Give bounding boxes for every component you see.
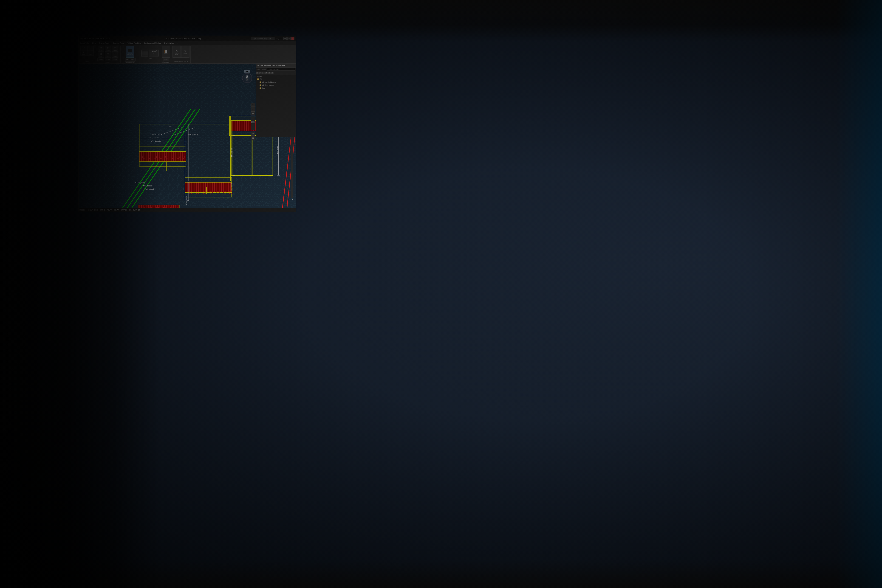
svg-text:N: N — [246, 75, 248, 77]
svg-text:P2: P2 — [169, 125, 171, 128]
svg-text:Min. 6200: Min. 6200 — [231, 183, 233, 191]
orbit-button[interactable]: ⟳ — [251, 132, 255, 136]
non-xref-label: All non-Xref Layers — [262, 81, 276, 83]
xref-label: Xref — [262, 87, 265, 89]
all-layers-label: All — [260, 78, 262, 80]
svg-text:Min. 8200: Min. 8200 — [276, 146, 278, 154]
silhouette-overlay — [0, 0, 161, 588]
compass-area: TOP N S — [242, 70, 252, 83]
folder-non-xref-icon: 📁 — [259, 81, 261, 83]
photo-vignette-right — [836, 0, 882, 588]
svg-text:400 (note 5): 400 (note 5) — [188, 134, 198, 135]
current-layer-label: Current layer: — [257, 68, 266, 70]
extents-button[interactable]: ⊞ — [251, 136, 255, 140]
svg-text:Min. 12400: Min. 12400 — [231, 148, 233, 157]
zoom-slider-thumb[interactable] — [251, 122, 254, 123]
svg-text:S: S — [246, 80, 247, 81]
top-label: TOP — [244, 70, 250, 72]
set-current-button[interactable]: ✔ — [262, 72, 265, 74]
clipboard-group-label: Clipboard — [162, 61, 169, 63]
layer-tree-xref[interactable]: 📁 Xref — [258, 87, 296, 90]
zoom-in-button[interactable]: + — [251, 103, 255, 107]
menu-more[interactable]: ▾ — [177, 42, 179, 44]
zoom-out-button[interactable]: − — [251, 107, 255, 111]
folder-used-icon: 📁 — [259, 84, 261, 86]
filters-label: Filters — [256, 75, 296, 78]
folder-icon: 📁 — [257, 78, 259, 80]
paste-icon: 📋 — [164, 50, 168, 53]
select-touch-group-label: Select Mode Touch — [174, 60, 188, 62]
layer-tree-all[interactable]: 📁 All — [256, 78, 296, 81]
select-mode-button[interactable]: ↖ SelectMode — [173, 46, 181, 58]
zoom-slider-track — [251, 117, 255, 130]
layer-search-row: Current layer: — [256, 68, 296, 71]
layer-tree-used[interactable]: 📁 All Used Layers — [258, 84, 296, 87]
touch-icon: ☞ — [184, 50, 187, 53]
navigate-buttons: + − ⊕ ⟳ ⊞ — [251, 103, 255, 140]
paste-button[interactable]: 📋 Paste — [162, 46, 170, 58]
settings-button[interactable]: ⚙ — [268, 72, 271, 74]
copy-clipboard-button[interactable]: Copy — [162, 58, 169, 61]
layer-search-input[interactable] — [267, 68, 295, 70]
menu-projectwise[interactable]: ProjectWise — [164, 42, 175, 44]
pan-button[interactable]: ⊕ — [251, 111, 255, 116]
collapse-button[interactable]: ⊡ — [271, 72, 274, 74]
select-mode-icon: ↖ — [175, 49, 178, 52]
layer-tree-non-xref[interactable]: 📁 All non-Xref Layers — [258, 81, 296, 84]
refresh-button[interactable]: ↻ — [265, 72, 268, 74]
ribbon-group-select-touch: ↖ SelectMode ☞ Touch Select Mode Touch — [171, 46, 191, 63]
compass: N S — [242, 73, 252, 83]
layer-panel: LAYER PROPERTIES MANAGER Current layer: … — [255, 64, 296, 137]
touch-button[interactable]: ☞ Touch — [181, 46, 189, 58]
new-layer-button[interactable]: ⊕ — [256, 72, 259, 74]
svg-text:Min. 12400: Min. 12400 — [185, 195, 187, 205]
delete-layer-button[interactable]: ✕ — [259, 72, 262, 74]
layer-panel-title: LAYER PROPERTIES MANAGER — [256, 64, 296, 68]
compass-svg: N S — [242, 73, 252, 83]
used-layers-label: All Used Layers — [262, 84, 273, 86]
svg-rect-28 — [185, 182, 232, 193]
folder-xref-icon: 📁 — [259, 87, 261, 89]
pan-down-icon: ▼ — [291, 198, 294, 201]
layer-panel-toolbar: ⊕ ✕ ✔ ↻ ⚙ ⊡ — [256, 71, 296, 75]
ribbon-group-clipboard: 📋 Paste Copy Clipboard — [161, 46, 171, 63]
